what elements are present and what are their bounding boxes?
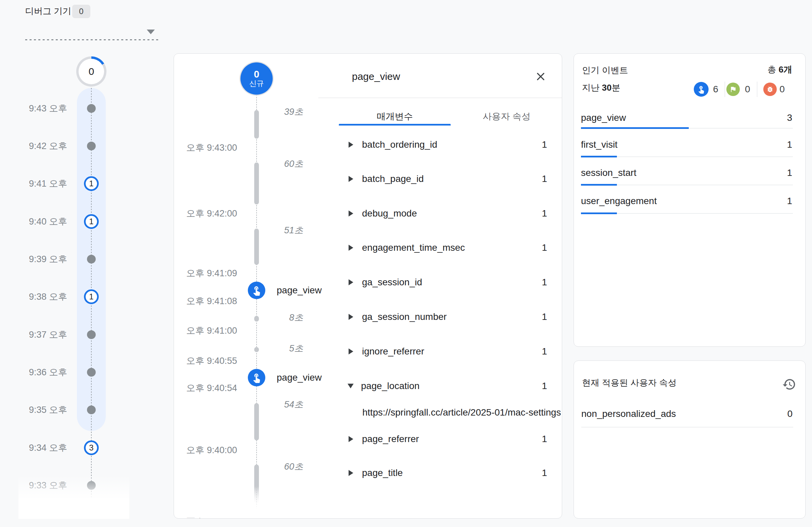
current-minute-circle[interactable]: 0 bbox=[76, 56, 106, 87]
user-property-value: 0 bbox=[772, 408, 793, 420]
events-counter-icon[interactable] bbox=[694, 82, 709, 97]
expand-arrow-icon[interactable] bbox=[349, 142, 353, 148]
param-value-url: https://springfall.cc/article/2025-01/ma… bbox=[362, 406, 561, 419]
param-name: ignore_referrer bbox=[362, 346, 424, 357]
top-event-name[interactable]: page_view bbox=[581, 112, 626, 124]
expand-arrow-icon[interactable] bbox=[349, 279, 353, 285]
duration-label: 51초 bbox=[270, 224, 303, 236]
user-property-name[interactable]: non_personalized_ads bbox=[581, 408, 676, 420]
tab-parameters[interactable]: 매개변수 bbox=[339, 107, 451, 126]
last30-suffix: 분 bbox=[611, 83, 620, 93]
expand-arrow-icon[interactable] bbox=[349, 470, 353, 476]
minute-dot bbox=[87, 330, 96, 339]
last-30min-label: 지난 30분 bbox=[582, 82, 620, 93]
minute-event-count[interactable]: 3 bbox=[84, 440, 99, 455]
touch-app-icon bbox=[251, 285, 262, 296]
bug-icon bbox=[766, 86, 774, 93]
param-count: 1 bbox=[520, 138, 547, 151]
expand-arrow-icon[interactable] bbox=[349, 245, 353, 251]
minute-label: 9:35 오후 bbox=[7, 404, 67, 415]
param-row[interactable]: ga_session_id bbox=[349, 276, 550, 289]
top-event-count: 1 bbox=[772, 138, 792, 151]
top-events-card: 인기 이벤트 총 6개 지난 30분 6 0 0 page_view 3 fir… bbox=[574, 53, 806, 347]
expand-arrow-icon[interactable] bbox=[349, 176, 353, 182]
event-count-bar bbox=[581, 213, 617, 214]
close-icon[interactable] bbox=[534, 70, 547, 83]
detail-tabs: 매개변수 사용자 속성 bbox=[339, 107, 563, 126]
minute-dot bbox=[87, 368, 96, 377]
stream-event-name[interactable]: page_view bbox=[277, 371, 322, 384]
param-count: 1 bbox=[520, 466, 547, 480]
param-row[interactable]: engagement_time_msec bbox=[349, 241, 550, 254]
param-row[interactable]: batch_ordering_id bbox=[349, 138, 550, 151]
stream-time: 오후 9:41:09 bbox=[177, 267, 237, 279]
param-name: engagement_time_msec bbox=[362, 243, 465, 253]
param-row-expanded[interactable]: page_location bbox=[349, 379, 550, 393]
event-detail-title: page_view bbox=[352, 70, 400, 83]
debugview-page: 디버그 기기 0 0 9:43 오후 9:42 오후 9:41 오후 1 9:4… bbox=[0, 0, 812, 527]
touch-app-icon bbox=[697, 85, 706, 94]
new-events-count: 0 bbox=[254, 69, 259, 79]
expand-arrow-icon[interactable] bbox=[349, 314, 353, 320]
param-count: 1 bbox=[520, 276, 547, 289]
param-row[interactable]: page_referrer bbox=[349, 432, 550, 446]
total-value: 6개 bbox=[779, 64, 792, 74]
duration-label: 5초 bbox=[270, 343, 303, 354]
touch-event-icon[interactable] bbox=[248, 282, 265, 299]
expand-arrow-icon[interactable] bbox=[349, 348, 353, 354]
touch-app-icon bbox=[251, 372, 262, 383]
touch-event-icon[interactable] bbox=[248, 369, 265, 386]
device-dropdown-underline[interactable] bbox=[25, 39, 160, 40]
engagement-segment bbox=[254, 162, 259, 204]
param-count: 1 bbox=[520, 310, 547, 324]
stream-event-name[interactable]: page_view bbox=[277, 284, 322, 296]
top-event-name[interactable]: first_visit bbox=[581, 138, 618, 151]
duration-label: 60초 bbox=[270, 158, 303, 170]
param-name: batch_ordering_id bbox=[362, 139, 437, 150]
duration-label: 60초 bbox=[270, 461, 303, 472]
total-prefix: 총 bbox=[767, 64, 779, 74]
param-row[interactable]: debug_mode bbox=[349, 207, 550, 220]
stream-bottom-fade bbox=[175, 487, 332, 517]
param-row[interactable]: page_title bbox=[349, 466, 550, 480]
engagement-segment bbox=[254, 347, 259, 352]
top-events-title: 인기 이벤트 bbox=[582, 64, 628, 76]
param-name: page_location bbox=[361, 381, 419, 391]
top-event-name[interactable]: user_engagement bbox=[581, 195, 657, 207]
tab-user-properties[interactable]: 사용자 속성 bbox=[451, 107, 563, 126]
row-divider bbox=[581, 427, 793, 427]
counter-separator bbox=[757, 82, 757, 97]
minute-label: 9:36 오후 bbox=[7, 367, 67, 378]
top-event-name[interactable]: session_start bbox=[581, 166, 636, 179]
event-detail-card: 0 신규 오후 9:43:00 오후 9:42:00 오후 9:41:09 오후… bbox=[174, 53, 562, 518]
engagement-segment bbox=[254, 110, 259, 138]
stream-time: 오후 9:40:00 bbox=[177, 444, 237, 456]
minute-event-count[interactable]: 1 bbox=[84, 176, 99, 191]
top-event-count: 1 bbox=[772, 166, 792, 179]
expand-arrow-icon[interactable] bbox=[349, 436, 353, 442]
conversions-counter-icon[interactable] bbox=[726, 83, 740, 96]
expand-arrow-icon[interactable] bbox=[349, 210, 353, 217]
minute-label: 9:43 오후 bbox=[7, 103, 67, 114]
param-name: page_referrer bbox=[362, 434, 419, 444]
param-row[interactable]: ignore_referrer bbox=[349, 345, 550, 358]
minute-event-count[interactable]: 1 bbox=[84, 289, 99, 304]
param-name: ga_session_number bbox=[362, 311, 447, 322]
duration-label: 39초 bbox=[270, 106, 303, 117]
event-count-bar bbox=[581, 184, 617, 186]
history-icon[interactable] bbox=[781, 376, 797, 392]
stream-time: 오후 9:41:08 bbox=[177, 295, 237, 307]
device-dropdown-arrow-icon[interactable] bbox=[147, 30, 155, 34]
minute-event-count[interactable]: 1 bbox=[84, 214, 99, 229]
stream-time: 오후 9:43:00 bbox=[177, 142, 237, 153]
event-count-bar bbox=[581, 127, 689, 129]
minute-label: 9:40 오후 bbox=[7, 216, 67, 227]
new-events-badge[interactable]: 0 신규 bbox=[241, 62, 273, 95]
events-counter-value: 6 bbox=[708, 82, 723, 97]
event-count-bar bbox=[581, 156, 617, 158]
minute-label: 9:42 오후 bbox=[7, 140, 67, 152]
collapse-arrow-icon[interactable] bbox=[348, 384, 353, 389]
param-row[interactable]: ga_session_number bbox=[349, 310, 550, 324]
top-event-count: 1 bbox=[772, 195, 792, 207]
param-row[interactable]: batch_page_id bbox=[349, 172, 550, 186]
